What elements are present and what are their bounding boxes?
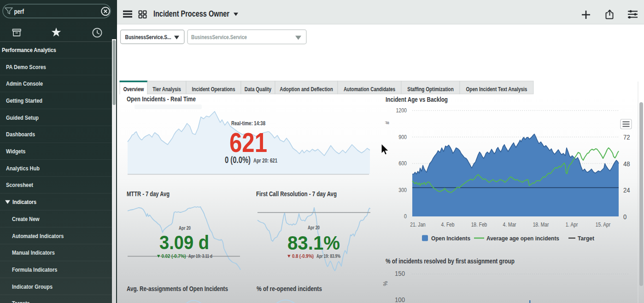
svg-text:0: 0 <box>404 213 407 220</box>
svg-text:Manual Indicators: Manual Indicators <box>12 249 55 256</box>
svg-text:Open Incidents - Real Time: Open Incidents - Real Time <box>127 95 196 103</box>
svg-text:4. Feb: 4. Feb <box>441 221 455 228</box>
svg-text:Scoresheet: Scoresheet <box>6 181 33 188</box>
svg-text:4. Mar: 4. Mar <box>503 221 516 228</box>
svg-text:18. Feb: 18. Feb <box>471 221 487 228</box>
svg-text:Targets: Targets <box>12 300 30 303</box>
svg-text:Apr 20: Apr 20 <box>308 225 320 230</box>
svg-text:Apr 20: 621: Apr 20: 621 <box>253 157 277 164</box>
svg-text:100: 100 <box>395 296 405 303</box>
svg-text:1. Apr: 1. Apr <box>566 221 578 228</box>
svg-text:621: 621 <box>229 127 267 158</box>
svg-text:Getting Started: Getting Started <box>6 97 42 104</box>
svg-text:300: 300 <box>398 187 407 193</box>
svg-text:Automated Indicators: Automated Indicators <box>12 233 64 239</box>
svg-text:Data Quality: Data Quality <box>245 86 271 93</box>
svg-text:First Call Resolution - 7 day: First Call Resolution - 7 day Avg <box>256 190 337 198</box>
svg-text:0 (0.0%): 0 (0.0%) <box>225 155 251 165</box>
svg-text:Overview: Overview <box>123 86 144 93</box>
svg-text:0: 0 <box>623 213 627 221</box>
svg-text:83.1%: 83.1% <box>287 232 340 254</box>
svg-text:Indicator Groups: Indicator Groups <box>12 283 53 290</box>
svg-text:Apr 19: 83.9%: Apr 19: 83.9% <box>316 253 340 259</box>
svg-text:Incident Process Owner: Incident Process Owner <box>153 9 229 18</box>
svg-text:Apr 19: 3.11 d: Apr 19: 3.11 d <box>188 253 212 259</box>
svg-text:Target: Target <box>578 235 595 242</box>
svg-text:0.02 (-0.7%): 0.02 (-0.7%) <box>162 253 186 259</box>
svg-text:0.8 (-0.9%): 0.8 (-0.9%) <box>292 253 314 259</box>
svg-text:Create New: Create New <box>12 216 40 222</box>
svg-text:600: 600 <box>398 160 407 167</box>
svg-text:Incident Age vs Backlog: Incident Age vs Backlog <box>386 96 448 103</box>
svg-text:MTTR - 7 day Avg: MTTR - 7 day Avg <box>127 190 170 198</box>
svg-text:% of re-opened incidents: % of re-opened incidents <box>257 285 322 292</box>
svg-text:Real-time: 14:38: Real-time: 14:38 <box>231 120 265 127</box>
svg-text:48: 48 <box>623 160 630 168</box>
svg-text:1200: 1200 <box>396 107 407 114</box>
svg-text:Automation Candidates: Automation Candidates <box>344 86 395 93</box>
svg-text:% of incidents resolved by fir: % of incidents resolved by first assignm… <box>386 257 515 265</box>
svg-text:#: # <box>384 121 391 124</box>
svg-text:Apr 20: Apr 20 <box>179 225 191 231</box>
svg-text:BusinessService.Service: BusinessService.Service <box>191 34 247 41</box>
svg-text:BusinessService.S...: BusinessService.S... <box>125 34 171 41</box>
svg-text:Admin Console: Admin Console <box>6 80 43 87</box>
svg-text:Staffing Optimization: Staffing Optimization <box>407 86 454 93</box>
svg-text:21. Jan: 21. Jan <box>410 221 426 228</box>
svg-text:150: 150 <box>395 269 405 277</box>
svg-text:Incident Operations: Incident Operations <box>192 86 235 93</box>
svg-text:72: 72 <box>623 133 630 141</box>
svg-text:Avg. Re-assignments of Open In: Avg. Re-assignments of Open Incidents <box>127 285 228 292</box>
svg-text:24: 24 <box>623 186 630 194</box>
svg-text:18. Mar: 18. Mar <box>533 221 549 228</box>
svg-text:Average age open incidents: Average age open incidents <box>486 235 559 242</box>
svg-text:15. Apr: 15. Apr <box>596 221 610 228</box>
svg-text:perf: perf <box>14 8 24 15</box>
svg-text:%: % <box>382 281 389 286</box>
svg-text:Widgets: Widgets <box>6 148 25 155</box>
svg-text:Performance Analytics: Performance Analytics <box>2 47 56 53</box>
svg-text:Guided Setup: Guided Setup <box>6 114 39 121</box>
svg-text:Formula Indicators: Formula Indicators <box>12 266 57 273</box>
svg-text:Open Incident Text Analysis: Open Incident Text Analysis <box>466 86 527 93</box>
svg-text:Dashboards: Dashboards <box>6 131 35 138</box>
svg-text:Adoption and Deflection: Adoption and Deflection <box>280 86 333 93</box>
svg-text:3.09 d: 3.09 d <box>159 231 209 253</box>
svg-text:Analytics Hub: Analytics Hub <box>6 165 40 172</box>
svg-text:Tier Analysis: Tier Analysis <box>152 86 181 93</box>
svg-text:900: 900 <box>398 134 407 140</box>
svg-text:Indicators: Indicators <box>12 198 36 205</box>
svg-text:PA Demo Scores: PA Demo Scores <box>6 64 46 70</box>
svg-text:Open Incidents: Open Incidents <box>431 235 470 242</box>
